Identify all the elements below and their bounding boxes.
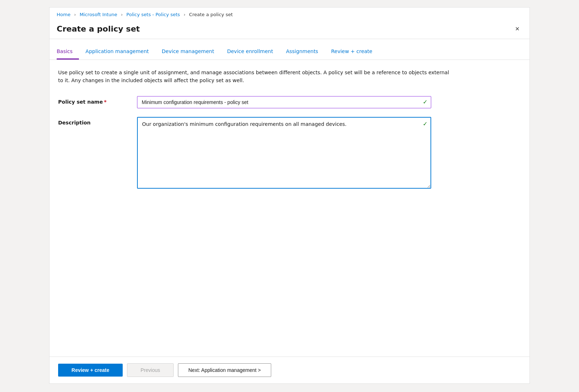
required-indicator: * — [104, 99, 107, 105]
tab-assignments[interactable]: Assignments — [279, 45, 325, 60]
description-field-wrapper: ✓ — [137, 117, 431, 190]
policy-set-name-input[interactable] — [137, 96, 431, 108]
description-textarea-container: ✓ — [137, 117, 431, 190]
breadcrumb-sep-1: › — [74, 12, 76, 17]
content-area: Use policy set to create a single unit o… — [50, 60, 529, 356]
panel-title: Create a policy set — [57, 24, 140, 33]
policy-set-name-label: Policy set name* — [58, 96, 130, 105]
tab-device-management[interactable]: Device management — [155, 45, 221, 60]
policy-set-name-check-icon: ✓ — [423, 99, 428, 105]
policy-set-name-input-container: ✓ — [137, 96, 431, 108]
previous-button: Previous — [127, 363, 174, 377]
next-button[interactable]: Next: Application management > — [178, 363, 271, 377]
description-label: Description — [58, 117, 130, 126]
breadcrumb-policy-sets[interactable]: Policy sets - Policy sets — [126, 12, 180, 17]
form-row-description: Description ✓ — [58, 117, 521, 190]
form-row-policy-set-name: Policy set name* ✓ — [58, 96, 521, 108]
description-textarea[interactable] — [137, 117, 431, 189]
intro-description: Use policy set to create a single unit o… — [58, 69, 453, 85]
close-button[interactable]: × — [512, 24, 522, 34]
breadcrumb-sep-2: › — [121, 12, 123, 17]
header-divider — [50, 39, 529, 39]
breadcrumb-sep-3: › — [184, 12, 185, 17]
breadcrumb-home[interactable]: Home — [57, 12, 70, 17]
tab-application-management[interactable]: Application management — [79, 45, 155, 60]
create-policy-set-panel: Home › Microsoft Intune › Policy sets - … — [49, 7, 530, 384]
footer-bar: Review + create Previous Next: Applicati… — [50, 356, 529, 383]
tab-review-create[interactable]: Review + create — [325, 45, 379, 60]
panel-header: Create a policy set × — [50, 20, 529, 39]
description-check-icon: ✓ — [423, 121, 428, 127]
policy-set-name-field-wrapper: ✓ — [137, 96, 431, 108]
review-create-button[interactable]: Review + create — [58, 364, 123, 377]
tab-basics[interactable]: Basics — [57, 45, 79, 60]
breadcrumb: Home › Microsoft Intune › Policy sets - … — [50, 8, 529, 20]
tabs-bar: Basics Application management Device man… — [50, 45, 529, 60]
tab-device-enrollment[interactable]: Device enrollment — [221, 45, 279, 60]
breadcrumb-intune[interactable]: Microsoft Intune — [80, 12, 117, 17]
breadcrumb-current: Create a policy set — [189, 12, 233, 17]
